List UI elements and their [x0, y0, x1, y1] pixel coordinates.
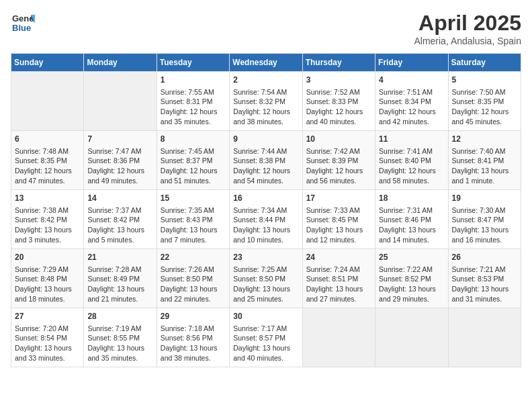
day-info: Daylight: 13 hours: [87, 225, 152, 235]
day-info: Sunrise: 7:40 AM: [452, 146, 517, 156]
day-number: 11: [379, 134, 444, 145]
day-info: Sunset: 8:55 PM: [87, 333, 152, 343]
calendar-cell: 27Sunrise: 7:20 AMSunset: 8:54 PMDayligh…: [11, 308, 84, 367]
day-info: Sunset: 8:45 PM: [306, 215, 371, 225]
day-info: Sunrise: 7:21 AM: [452, 265, 517, 275]
day-info: Daylight: 12 hours: [452, 107, 517, 117]
calendar-weekday: Saturday: [448, 54, 521, 72]
calendar-week-row: 1Sunrise: 7:55 AMSunset: 8:31 PMDaylight…: [11, 72, 521, 131]
calendar-cell: [375, 308, 448, 367]
calendar-cell: 16Sunrise: 7:34 AMSunset: 8:44 PMDayligh…: [230, 190, 302, 249]
day-info: Sunset: 8:42 PM: [15, 215, 80, 225]
day-info: Sunrise: 7:20 AM: [15, 324, 80, 334]
day-number: 13: [15, 193, 80, 204]
day-info: Daylight: 13 hours: [452, 284, 517, 294]
calendar-table: SundayMondayTuesdayWednesdayThursdayFrid…: [11, 53, 521, 367]
day-number: 23: [233, 252, 298, 263]
calendar-cell: 17Sunrise: 7:33 AMSunset: 8:45 PMDayligh…: [302, 190, 375, 249]
day-info: and 3 minutes.: [15, 235, 80, 245]
day-info: Sunset: 8:53 PM: [452, 274, 517, 284]
day-info: Daylight: 13 hours: [306, 284, 371, 294]
calendar-week-row: 13Sunrise: 7:38 AMSunset: 8:42 PMDayligh…: [11, 190, 521, 249]
day-number: 21: [87, 252, 152, 263]
day-info: Daylight: 12 hours: [161, 107, 226, 117]
day-info: Daylight: 12 hours: [233, 166, 298, 176]
day-info: Daylight: 12 hours: [233, 107, 298, 117]
day-info: and 22 minutes.: [161, 294, 226, 304]
day-info: Sunset: 8:34 PM: [379, 97, 444, 107]
day-info: Daylight: 12 hours: [379, 166, 444, 176]
logo: General Blue: [11, 11, 35, 35]
calendar-weekday: Tuesday: [157, 54, 229, 72]
day-info: Sunrise: 7:45 AM: [161, 146, 226, 156]
page-header: General Blue April 2025 Almeria, Andalus…: [11, 11, 521, 46]
calendar-cell: 24Sunrise: 7:24 AMSunset: 8:51 PMDayligh…: [302, 249, 375, 308]
day-info: Daylight: 13 hours: [233, 225, 298, 235]
day-info: Sunset: 8:42 PM: [87, 215, 152, 225]
day-info: Sunset: 8:46 PM: [379, 215, 444, 225]
day-number: 30: [233, 311, 298, 322]
calendar-cell: 6Sunrise: 7:48 AMSunset: 8:35 PMDaylight…: [11, 131, 84, 190]
day-info: and 31 minutes.: [452, 294, 517, 304]
day-number: 10: [306, 134, 371, 145]
calendar-cell: 29Sunrise: 7:18 AMSunset: 8:56 PMDayligh…: [157, 308, 229, 367]
day-info: Sunset: 8:49 PM: [87, 274, 152, 284]
calendar-cell: 4Sunrise: 7:51 AMSunset: 8:34 PMDaylight…: [375, 72, 448, 131]
day-number: 25: [379, 252, 444, 263]
day-number: 17: [306, 193, 371, 204]
calendar-cell: 15Sunrise: 7:35 AMSunset: 8:43 PMDayligh…: [157, 190, 229, 249]
calendar-week-row: 27Sunrise: 7:20 AMSunset: 8:54 PMDayligh…: [11, 308, 521, 367]
day-info: Daylight: 13 hours: [233, 284, 298, 294]
calendar-cell: 25Sunrise: 7:22 AMSunset: 8:52 PMDayligh…: [375, 249, 448, 308]
day-info: and 10 minutes.: [233, 235, 298, 245]
day-number: 24: [306, 252, 371, 263]
day-info: Daylight: 12 hours: [87, 166, 152, 176]
day-info: and 40 minutes.: [233, 353, 298, 363]
day-info: Sunset: 8:33 PM: [306, 97, 371, 107]
day-info: Daylight: 12 hours: [306, 166, 371, 176]
page-title: April 2025: [414, 11, 521, 36]
day-info: and 1 minute.: [452, 176, 517, 186]
day-number: 8: [161, 134, 226, 145]
day-info: and 29 minutes.: [379, 294, 444, 304]
day-info: Sunrise: 7:51 AM: [379, 87, 444, 97]
calendar-cell: 20Sunrise: 7:29 AMSunset: 8:48 PMDayligh…: [11, 249, 84, 308]
day-info: Sunset: 8:41 PM: [452, 156, 517, 166]
day-number: 5: [452, 75, 517, 86]
day-info: Daylight: 12 hours: [379, 107, 444, 117]
day-info: Sunset: 8:47 PM: [452, 215, 517, 225]
svg-text:Blue: Blue: [12, 23, 31, 33]
day-info: and 12 minutes.: [306, 235, 371, 245]
day-info: and 42 minutes.: [379, 117, 444, 127]
day-info: Sunset: 8:56 PM: [161, 333, 226, 343]
day-info: and 51 minutes.: [161, 176, 226, 186]
day-number: 19: [452, 193, 517, 204]
day-info: and 18 minutes.: [15, 294, 80, 304]
calendar-weekday: Sunday: [11, 54, 84, 72]
day-number: 6: [15, 134, 80, 145]
day-info: Sunrise: 7:19 AM: [87, 324, 152, 334]
day-info: and 7 minutes.: [161, 235, 226, 245]
day-info: Sunset: 8:35 PM: [452, 97, 517, 107]
day-info: Sunset: 8:37 PM: [161, 156, 226, 166]
day-info: Sunrise: 7:54 AM: [233, 87, 298, 97]
calendar-cell: 14Sunrise: 7:37 AMSunset: 8:42 PMDayligh…: [84, 190, 157, 249]
day-info: and 35 minutes.: [161, 117, 226, 127]
day-info: Sunrise: 7:17 AM: [233, 324, 298, 334]
day-info: Daylight: 13 hours: [379, 284, 444, 294]
day-number: 16: [233, 193, 298, 204]
day-info: Sunrise: 7:47 AM: [87, 146, 152, 156]
calendar-cell: [84, 72, 157, 131]
calendar-cell: 22Sunrise: 7:26 AMSunset: 8:50 PMDayligh…: [157, 249, 229, 308]
day-info: Daylight: 13 hours: [161, 225, 226, 235]
calendar-cell: 5Sunrise: 7:50 AMSunset: 8:35 PMDaylight…: [448, 72, 521, 131]
calendar-cell: 30Sunrise: 7:17 AMSunset: 8:57 PMDayligh…: [230, 308, 302, 367]
day-number: 20: [15, 252, 80, 263]
calendar-cell: 18Sunrise: 7:31 AMSunset: 8:46 PMDayligh…: [375, 190, 448, 249]
day-number: 15: [161, 193, 226, 204]
day-info: and 49 minutes.: [87, 176, 152, 186]
day-info: and 21 minutes.: [87, 294, 152, 304]
calendar-cell: 23Sunrise: 7:25 AMSunset: 8:50 PMDayligh…: [230, 249, 302, 308]
calendar-cell: 1Sunrise: 7:55 AMSunset: 8:31 PMDaylight…: [157, 72, 229, 131]
calendar-week-row: 20Sunrise: 7:29 AMSunset: 8:48 PMDayligh…: [11, 249, 521, 308]
